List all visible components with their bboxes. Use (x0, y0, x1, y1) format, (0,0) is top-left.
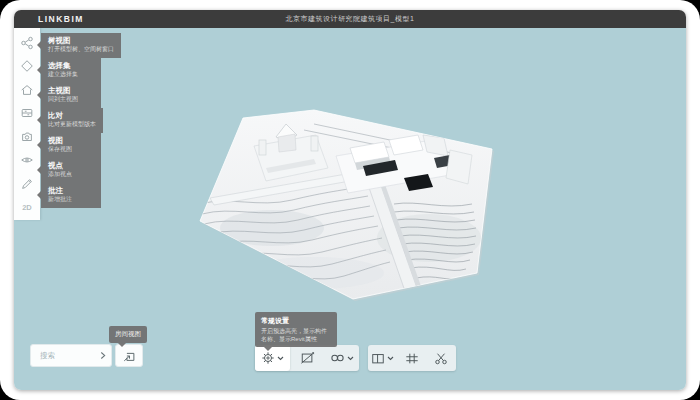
item-desc: 保存视图 (48, 145, 94, 153)
annotate-icon[interactable] (16, 172, 38, 196)
roam-button[interactable] (324, 345, 359, 371)
item-label: 批注 (48, 186, 94, 195)
room-view-button[interactable] (115, 344, 143, 367)
sidebar-item-selection-set[interactable]: 选择集 建立选择集 (41, 58, 101, 83)
title-bar: LINKBIM 北京市建筑设计研究院建筑项目_模型1 (14, 10, 686, 28)
split-view-button[interactable] (368, 345, 397, 371)
item-label: 树视图 (48, 36, 114, 45)
settings-tooltip-title: 常规设置 (261, 316, 331, 325)
viewpoint-icon[interactable] (16, 149, 38, 173)
sidebar-item-annotate[interactable]: 批注 新增批注 (41, 183, 101, 208)
sidebar-item-compare[interactable]: 比对 比对更新模型版本 (41, 108, 103, 133)
measure-slash-icon (300, 351, 315, 365)
settings-gear-icon (261, 351, 275, 365)
chevron-right-icon[interactable] (100, 351, 106, 360)
item-desc: 打开模型树、空间树窗口 (48, 45, 114, 53)
item-desc: 回到主视图 (48, 95, 94, 103)
room-view-tooltip-text: 房间视图 (115, 330, 141, 337)
room-view-tooltip: 房间视图 (109, 326, 147, 343)
roam-icon (330, 352, 345, 364)
tree-icon[interactable] (16, 31, 38, 55)
screen-frame: LINKBIM 北京市建筑设计研究院建筑项目_模型1 (0, 0, 700, 400)
item-desc: 添加视点 (48, 170, 94, 178)
chevron-down-icon (347, 356, 354, 361)
settings-tooltip-desc: 开启预选高亮，显示构件名称、显示Revit属性 (261, 327, 331, 343)
split-view-icon (371, 352, 385, 365)
item-label: 选择集 (48, 61, 94, 70)
chevron-down-icon (277, 356, 284, 361)
settings-gear-button[interactable] (255, 345, 290, 371)
sidebar-item-tree-view[interactable]: 树视图 打开模型树、空间树窗口 (41, 33, 121, 58)
search-box[interactable] (30, 344, 112, 367)
sidebar-item-view[interactable]: 视图 保存视图 (41, 133, 101, 158)
app-window: LINKBIM 北京市建筑设计研究院建筑项目_模型1 (14, 10, 686, 390)
item-desc: 比对更新模型版本 (48, 120, 96, 128)
item-desc: 新增批注 (48, 195, 94, 203)
2d-view-icon[interactable]: 2D (16, 196, 38, 220)
section-cut-button[interactable] (427, 345, 456, 371)
room-view-icon (122, 349, 137, 363)
item-label: 比对 (48, 111, 96, 120)
item-desc: 建立选择集 (48, 70, 94, 78)
toolbar-view-tools (368, 345, 456, 371)
section-cut-icon (434, 352, 448, 365)
selection-set-icon[interactable] (16, 55, 38, 79)
saved-view-icon[interactable] (16, 125, 38, 149)
sidebar-item-main-view[interactable]: 主视图 回到主视图 (41, 83, 101, 108)
viewport-3d[interactable]: 2D 树视图 打开模型树、空间树窗口 选择集 建立选择集 主视图 回到主视图 比… (14, 28, 686, 390)
home-icon[interactable] (16, 78, 38, 102)
grid-axes-button[interactable] (397, 345, 426, 371)
item-label: 视点 (48, 161, 94, 170)
document-title: 北京市建筑设计研究院建筑项目_模型1 (14, 14, 686, 24)
grid-axes-icon (405, 352, 419, 365)
compare-icon[interactable] (16, 102, 38, 126)
2d-label: 2D (22, 203, 32, 212)
sidebar-item-viewpoint[interactable]: 视点 添加视点 (41, 158, 101, 183)
search-input[interactable] (38, 350, 100, 361)
chevron-down-icon (387, 356, 394, 361)
measure-button[interactable] (290, 345, 325, 371)
item-label: 视图 (48, 136, 94, 145)
item-label: 主视图 (48, 86, 94, 95)
settings-tooltip: 常规设置 开启预选高亮，显示构件名称、显示Revit属性 (255, 312, 337, 347)
